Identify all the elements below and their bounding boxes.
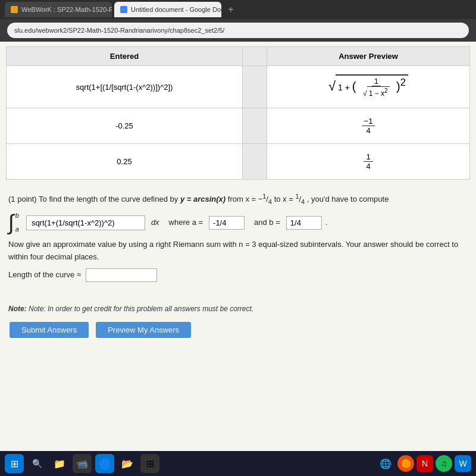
and-b-label: and b =	[254, 217, 280, 229]
submit-row: Submit Answers Preview My Answers	[8, 320, 468, 340]
tab-webwork-label: WeBWorK : SP22-Math-1520-Ra...	[21, 6, 112, 13]
entered-cell-3: 0.25	[7, 144, 243, 180]
integrand-input[interactable]	[26, 215, 145, 230]
integral-row: ∫ b a dx where a = and b = .	[8, 212, 468, 234]
windows-start-button[interactable]: ⊞	[5, 454, 24, 473]
riemann-text: Now give an approximate value by using a…	[8, 239, 468, 264]
taskbar-folder[interactable]: 📂	[118, 454, 137, 473]
length-row: Length of the curve ≈	[8, 268, 468, 282]
table-row: 0.25 1 4	[7, 144, 470, 180]
gdoc-tab-icon	[120, 6, 127, 13]
new-tab-button[interactable]: +	[224, 2, 238, 17]
browser-chrome: WeBWorK : SP22-Math-1520-Ra... ✕ Untitle…	[0, 0, 476, 42]
preview-cell-1: √ 1 + ( 1 √1 − x2 )2	[267, 66, 470, 108]
taskbar: ⊞ 🔍 📁 📹 🌀 📂 ⊞ 🌐 🟠 N ♫ W	[0, 451, 476, 476]
b-value-input[interactable]	[286, 216, 322, 230]
taskbar-grid[interactable]: ⊞	[140, 454, 159, 473]
preview-cell-2: −1 4	[267, 108, 470, 144]
col-preview-header: Answer Preview	[267, 47, 470, 66]
problem-area: (1 point) To find the length of the curv…	[0, 186, 476, 346]
webwork-tab-icon	[11, 6, 18, 13]
note-text: Note: Note: In order to get credit for t…	[8, 303, 468, 315]
length-answer-input[interactable]	[86, 268, 157, 282]
taskbar-right: 🌐 🟠 N ♫ W	[376, 454, 471, 473]
table-row: sqrt(1+[(1/[sqrt(1-(x^2))])^2]) √ 1 + ( …	[7, 66, 470, 108]
col-entered-header: Entered	[7, 47, 243, 66]
table-row: -0.25 −1 4	[7, 108, 470, 144]
a-value-input[interactable]	[209, 216, 245, 230]
address-bar-row: slu.edu/webwork2/SP22-Math-1520-Randrian…	[0, 19, 476, 42]
length-label: Length of the curve ≈	[8, 269, 81, 281]
answer-table: Entered Answer Preview sqrt(1+[(1/[sqrt(…	[6, 46, 470, 180]
taskbar-files[interactable]: 📁	[50, 454, 69, 473]
tab-bar: WeBWorK : SP22-Math-1520-Ra... ✕ Untitle…	[0, 0, 476, 19]
taskbar-app-orange[interactable]: 🟠	[397, 455, 414, 472]
where-a-label: where a =	[169, 217, 203, 229]
tab-gdoc-label: Untitled document - Google Doc...	[131, 6, 221, 13]
submit-button[interactable]: Submit Answers	[10, 322, 89, 338]
taskbar-edge[interactable]: 🌀	[95, 454, 114, 473]
taskbar-app-red[interactable]: N	[416, 455, 433, 472]
integral-symbol: ∫ b a	[8, 212, 14, 234]
preview-button[interactable]: Preview My Answers	[96, 322, 191, 338]
taskbar-video[interactable]: 📹	[73, 454, 92, 473]
address-bar[interactable]: slu.edu/webwork2/SP22-Math-1520-Randrian…	[7, 23, 469, 38]
address-text: slu.edu/webwork2/SP22-Math-1520-Randrian…	[14, 27, 224, 34]
content-area: Entered Answer Preview sqrt(1+[(1/[sqrt(…	[0, 42, 476, 457]
taskbar-app-chrome[interactable]: 🌐	[376, 454, 395, 473]
problem-intro: (1 point) To find the length of the curv…	[8, 192, 468, 207]
search-taskbar-button[interactable]: 🔍	[27, 454, 46, 473]
taskbar-app-music[interactable]: ♫	[436, 455, 452, 472]
tab-gdoc[interactable]: Untitled document - Google Doc... ✕	[114, 2, 221, 17]
preview-cell-3: 1 4	[267, 144, 470, 180]
tab-webwork[interactable]: WeBWorK : SP22-Math-1520-Ra... ✕	[5, 2, 112, 17]
entered-cell-2: -0.25	[7, 108, 243, 144]
entered-cell-1: sqrt(1+[(1/[sqrt(1-(x^2))])^2])	[7, 66, 243, 108]
taskbar-app-blue[interactable]: W	[455, 455, 471, 472]
dx-label: dx	[151, 217, 159, 229]
